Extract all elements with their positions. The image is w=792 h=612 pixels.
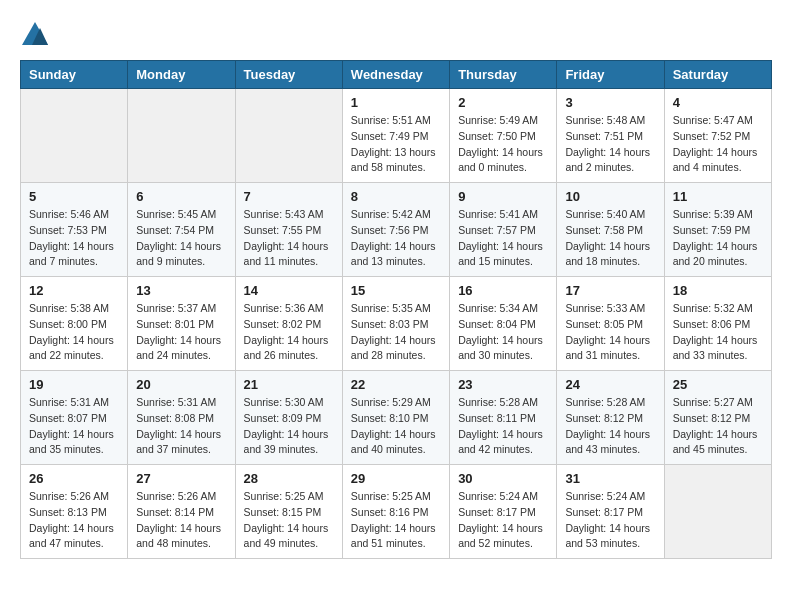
day-number: 27 [136, 471, 226, 486]
calendar-day-13: 13Sunrise: 5:37 AMSunset: 8:01 PMDayligh… [128, 277, 235, 371]
day-info: Sunrise: 5:26 AMSunset: 8:13 PMDaylight:… [29, 489, 119, 552]
day-info: Sunrise: 5:29 AMSunset: 8:10 PMDaylight:… [351, 395, 441, 458]
day-info: Sunrise: 5:24 AMSunset: 8:17 PMDaylight:… [458, 489, 548, 552]
day-number: 1 [351, 95, 441, 110]
calendar-day-1: 1Sunrise: 5:51 AMSunset: 7:49 PMDaylight… [342, 89, 449, 183]
calendar-header-tuesday: Tuesday [235, 61, 342, 89]
day-number: 20 [136, 377, 226, 392]
day-info: Sunrise: 5:38 AMSunset: 8:00 PMDaylight:… [29, 301, 119, 364]
day-info: Sunrise: 5:46 AMSunset: 7:53 PMDaylight:… [29, 207, 119, 270]
day-info: Sunrise: 5:45 AMSunset: 7:54 PMDaylight:… [136, 207, 226, 270]
calendar-day-20: 20Sunrise: 5:31 AMSunset: 8:08 PMDayligh… [128, 371, 235, 465]
calendar-day-28: 28Sunrise: 5:25 AMSunset: 8:15 PMDayligh… [235, 465, 342, 559]
day-info: Sunrise: 5:43 AMSunset: 7:55 PMDaylight:… [244, 207, 334, 270]
calendar-header-wednesday: Wednesday [342, 61, 449, 89]
day-number: 22 [351, 377, 441, 392]
page-header [20, 20, 772, 50]
day-number: 24 [565, 377, 655, 392]
calendar-empty-cell [235, 89, 342, 183]
day-info: Sunrise: 5:31 AMSunset: 8:08 PMDaylight:… [136, 395, 226, 458]
day-info: Sunrise: 5:41 AMSunset: 7:57 PMDaylight:… [458, 207, 548, 270]
calendar-day-14: 14Sunrise: 5:36 AMSunset: 8:02 PMDayligh… [235, 277, 342, 371]
calendar-day-26: 26Sunrise: 5:26 AMSunset: 8:13 PMDayligh… [21, 465, 128, 559]
day-info: Sunrise: 5:26 AMSunset: 8:14 PMDaylight:… [136, 489, 226, 552]
day-number: 3 [565, 95, 655, 110]
calendar-day-24: 24Sunrise: 5:28 AMSunset: 8:12 PMDayligh… [557, 371, 664, 465]
day-number: 7 [244, 189, 334, 204]
calendar-day-2: 2Sunrise: 5:49 AMSunset: 7:50 PMDaylight… [450, 89, 557, 183]
day-info: Sunrise: 5:39 AMSunset: 7:59 PMDaylight:… [673, 207, 763, 270]
day-info: Sunrise: 5:35 AMSunset: 8:03 PMDaylight:… [351, 301, 441, 364]
day-info: Sunrise: 5:25 AMSunset: 8:16 PMDaylight:… [351, 489, 441, 552]
day-number: 26 [29, 471, 119, 486]
calendar-week-row: 12Sunrise: 5:38 AMSunset: 8:00 PMDayligh… [21, 277, 772, 371]
calendar-day-22: 22Sunrise: 5:29 AMSunset: 8:10 PMDayligh… [342, 371, 449, 465]
day-number: 23 [458, 377, 548, 392]
day-number: 16 [458, 283, 548, 298]
day-info: Sunrise: 5:30 AMSunset: 8:09 PMDaylight:… [244, 395, 334, 458]
calendar-day-18: 18Sunrise: 5:32 AMSunset: 8:06 PMDayligh… [664, 277, 771, 371]
calendar-day-10: 10Sunrise: 5:40 AMSunset: 7:58 PMDayligh… [557, 183, 664, 277]
day-number: 30 [458, 471, 548, 486]
day-info: Sunrise: 5:36 AMSunset: 8:02 PMDaylight:… [244, 301, 334, 364]
calendar-header-thursday: Thursday [450, 61, 557, 89]
day-number: 5 [29, 189, 119, 204]
calendar-day-17: 17Sunrise: 5:33 AMSunset: 8:05 PMDayligh… [557, 277, 664, 371]
day-number: 8 [351, 189, 441, 204]
calendar-week-row: 5Sunrise: 5:46 AMSunset: 7:53 PMDaylight… [21, 183, 772, 277]
calendar-day-12: 12Sunrise: 5:38 AMSunset: 8:00 PMDayligh… [21, 277, 128, 371]
day-number: 13 [136, 283, 226, 298]
calendar-day-25: 25Sunrise: 5:27 AMSunset: 8:12 PMDayligh… [664, 371, 771, 465]
day-info: Sunrise: 5:34 AMSunset: 8:04 PMDaylight:… [458, 301, 548, 364]
day-info: Sunrise: 5:28 AMSunset: 8:11 PMDaylight:… [458, 395, 548, 458]
day-info: Sunrise: 5:42 AMSunset: 7:56 PMDaylight:… [351, 207, 441, 270]
day-info: Sunrise: 5:48 AMSunset: 7:51 PMDaylight:… [565, 113, 655, 176]
calendar-week-row: 26Sunrise: 5:26 AMSunset: 8:13 PMDayligh… [21, 465, 772, 559]
day-info: Sunrise: 5:31 AMSunset: 8:07 PMDaylight:… [29, 395, 119, 458]
calendar-empty-cell [128, 89, 235, 183]
day-info: Sunrise: 5:27 AMSunset: 8:12 PMDaylight:… [673, 395, 763, 458]
calendar-day-21: 21Sunrise: 5:30 AMSunset: 8:09 PMDayligh… [235, 371, 342, 465]
calendar-week-row: 19Sunrise: 5:31 AMSunset: 8:07 PMDayligh… [21, 371, 772, 465]
day-number: 18 [673, 283, 763, 298]
day-number: 21 [244, 377, 334, 392]
calendar-header-monday: Monday [128, 61, 235, 89]
day-number: 25 [673, 377, 763, 392]
day-info: Sunrise: 5:49 AMSunset: 7:50 PMDaylight:… [458, 113, 548, 176]
calendar: SundayMondayTuesdayWednesdayThursdayFrid… [20, 60, 772, 559]
calendar-day-29: 29Sunrise: 5:25 AMSunset: 8:16 PMDayligh… [342, 465, 449, 559]
day-info: Sunrise: 5:32 AMSunset: 8:06 PMDaylight:… [673, 301, 763, 364]
calendar-empty-cell [664, 465, 771, 559]
calendar-header-friday: Friday [557, 61, 664, 89]
day-number: 29 [351, 471, 441, 486]
day-number: 10 [565, 189, 655, 204]
day-number: 12 [29, 283, 119, 298]
calendar-day-16: 16Sunrise: 5:34 AMSunset: 8:04 PMDayligh… [450, 277, 557, 371]
calendar-day-31: 31Sunrise: 5:24 AMSunset: 8:17 PMDayligh… [557, 465, 664, 559]
day-info: Sunrise: 5:24 AMSunset: 8:17 PMDaylight:… [565, 489, 655, 552]
day-number: 2 [458, 95, 548, 110]
day-number: 6 [136, 189, 226, 204]
calendar-day-11: 11Sunrise: 5:39 AMSunset: 7:59 PMDayligh… [664, 183, 771, 277]
day-number: 31 [565, 471, 655, 486]
day-number: 15 [351, 283, 441, 298]
day-info: Sunrise: 5:51 AMSunset: 7:49 PMDaylight:… [351, 113, 441, 176]
calendar-day-6: 6Sunrise: 5:45 AMSunset: 7:54 PMDaylight… [128, 183, 235, 277]
logo [20, 20, 54, 50]
calendar-day-8: 8Sunrise: 5:42 AMSunset: 7:56 PMDaylight… [342, 183, 449, 277]
day-number: 9 [458, 189, 548, 204]
calendar-week-row: 1Sunrise: 5:51 AMSunset: 7:49 PMDaylight… [21, 89, 772, 183]
calendar-day-3: 3Sunrise: 5:48 AMSunset: 7:51 PMDaylight… [557, 89, 664, 183]
day-number: 14 [244, 283, 334, 298]
calendar-day-4: 4Sunrise: 5:47 AMSunset: 7:52 PMDaylight… [664, 89, 771, 183]
calendar-day-27: 27Sunrise: 5:26 AMSunset: 8:14 PMDayligh… [128, 465, 235, 559]
calendar-day-9: 9Sunrise: 5:41 AMSunset: 7:57 PMDaylight… [450, 183, 557, 277]
calendar-header-saturday: Saturday [664, 61, 771, 89]
calendar-empty-cell [21, 89, 128, 183]
day-info: Sunrise: 5:37 AMSunset: 8:01 PMDaylight:… [136, 301, 226, 364]
day-number: 19 [29, 377, 119, 392]
calendar-day-23: 23Sunrise: 5:28 AMSunset: 8:11 PMDayligh… [450, 371, 557, 465]
day-info: Sunrise: 5:40 AMSunset: 7:58 PMDaylight:… [565, 207, 655, 270]
day-info: Sunrise: 5:47 AMSunset: 7:52 PMDaylight:… [673, 113, 763, 176]
day-info: Sunrise: 5:33 AMSunset: 8:05 PMDaylight:… [565, 301, 655, 364]
